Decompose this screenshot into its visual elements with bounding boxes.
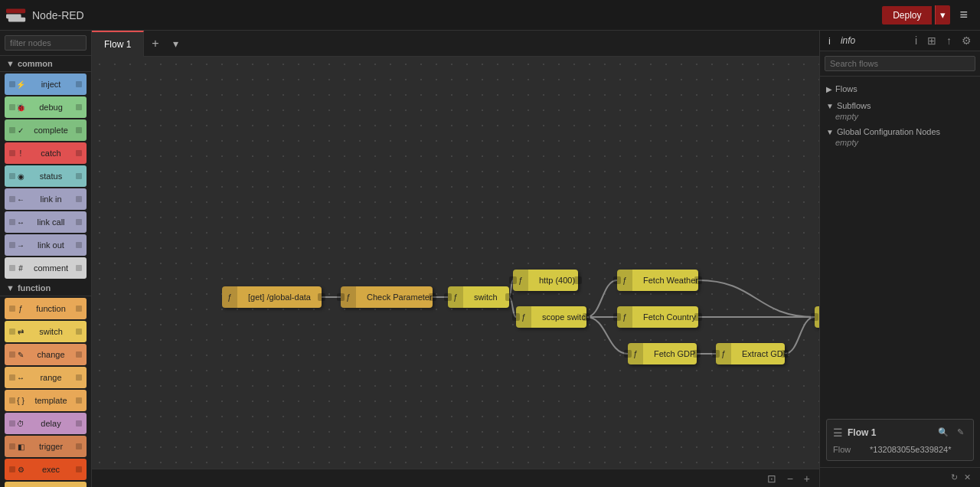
- sidebar-node-catch[interactable]: ! catch: [5, 142, 87, 164]
- tab-options-button[interactable]: ▾: [167, 33, 185, 54]
- flow-node-http[interactable]: ƒhttp: [815, 306, 819, 328]
- sidebar-node-change[interactable]: ✎ change: [5, 344, 87, 365]
- port-right-template: [76, 397, 82, 404]
- topbar-right: Deploy ▾ ≡: [882, 4, 974, 26]
- subflows-section-header[interactable]: ▼ Subflows: [826, 100, 974, 112]
- topbar-left: Node-RED: [6, 8, 84, 23]
- refresh-btn[interactable]: ↻: [948, 471, 961, 484]
- node-icon-link-out: →: [15, 240, 26, 250]
- node-label-complete: complete: [26, 126, 76, 135]
- node-icon-switch: ⇄: [15, 326, 26, 337]
- port-right-function: [76, 306, 82, 312]
- app-title: Node-RED: [32, 9, 84, 21]
- close-btn[interactable]: ✕: [961, 471, 974, 484]
- fn-port-right-switch: [505, 293, 513, 301]
- port-left-comment: [9, 265, 15, 271]
- port-left-delay: [9, 420, 15, 427]
- tab-flow1[interactable]: Flow 1: [92, 31, 144, 57]
- node-icon-function: ƒ: [15, 303, 26, 314]
- flow-id-value: *132083055e339824*: [870, 445, 951, 454]
- port-right-comment: [76, 265, 82, 271]
- sidebar-node-trigger[interactable]: ◧ trigger: [5, 436, 87, 457]
- flow-node-http-400[interactable]: ƒhttp (400): [513, 270, 578, 291]
- fn-port-left-fetch-country: [613, 313, 621, 321]
- global-config-header[interactable]: ▼ Global Configuration Nodes: [826, 126, 974, 138]
- hamburger-menu-button[interactable]: ≡: [953, 4, 974, 26]
- add-tab-button[interactable]: +: [144, 32, 166, 55]
- port-right-delay: [76, 420, 82, 427]
- flow-node-check-parameter[interactable]: ƒCheck Parameter: [341, 286, 433, 308]
- sidebar-node-status[interactable]: ◉ status: [5, 165, 87, 187]
- grid-tab-btn[interactable]: ⊞: [923, 32, 940, 49]
- node-red-logo: [6, 8, 28, 23]
- global-config-section: ▼ Global Configuration Nodes empty: [826, 126, 974, 147]
- sidebar-node-inject[interactable]: ⚡ inject: [5, 74, 87, 95]
- sidebar-section-function[interactable]: ▼function: [0, 280, 91, 296]
- upload-tab-btn[interactable]: ↑: [942, 32, 956, 49]
- flow-info-edit-btn[interactable]: ✎: [954, 426, 967, 439]
- flows-section: ▶ Flows: [826, 83, 974, 95]
- node-label-link-in: link in: [26, 194, 76, 204]
- fn-port-left-http: [811, 313, 818, 321]
- global-config-chevron: ▼: [826, 128, 834, 136]
- sidebar-node-debug[interactable]: 🐞 debug: [5, 96, 87, 118]
- settings-tab-btn[interactable]: ⚙: [958, 32, 975, 49]
- sidebar-node-function[interactable]: ƒ function: [5, 298, 87, 319]
- node-label-inject: inject: [26, 80, 76, 89]
- sidebar-node-link-out[interactable]: → link out: [5, 234, 87, 256]
- zoom-in-button[interactable]: +: [801, 471, 813, 486]
- node-icon-inject: ⚡: [15, 79, 26, 90]
- flows-section-header[interactable]: ▶ Flows: [826, 83, 974, 95]
- flow-node-get-global-data[interactable]: ƒ[get] /global-data: [222, 286, 322, 308]
- flows-label: Flows: [835, 84, 858, 93]
- flow-node-fetch-gdp[interactable]: ƒFetch GDP: [628, 343, 697, 364]
- sidebar-node-link-in[interactable]: ← link in: [5, 188, 87, 210]
- sidebar-node-link-call[interactable]: ↔ link call: [5, 211, 87, 233]
- fn-port-left-extract-gdp: [712, 350, 720, 358]
- node-label-trigger: trigger: [26, 442, 76, 451]
- logo: Node-RED: [6, 8, 84, 23]
- node-icon-delay: ⏱: [15, 418, 26, 429]
- port-right-catch: [76, 150, 82, 156]
- rpt-right: i ⊞ ↑ ⚙: [911, 32, 975, 49]
- flow-node-scope-switch[interactable]: ƒscope switch: [516, 306, 586, 328]
- port-left-exec: [9, 466, 15, 472]
- main-layout: ▼common ⚡ inject 🐞 debug ✓ complete ! ca…: [0, 31, 980, 487]
- filter-nodes-input[interactable]: [5, 35, 87, 51]
- sidebar-node-template[interactable]: { } template: [5, 390, 87, 411]
- deploy-dropdown-button[interactable]: ▾: [935, 5, 950, 25]
- flow-node-extract-gdp[interactable]: ƒExtract GDP: [716, 343, 785, 364]
- fn-port-left-check-parameter: [337, 293, 345, 301]
- zoom-fit-button[interactable]: ⊡: [764, 471, 779, 486]
- global-config-label: Global Configuration Nodes: [837, 127, 940, 136]
- sidebar-node-range[interactable]: ↔ range: [5, 367, 87, 388]
- deploy-button[interactable]: Deploy: [882, 6, 932, 25]
- sidebar-node-complete[interactable]: ✓ complete: [5, 119, 87, 141]
- node-label-function: function: [26, 304, 76, 313]
- canvas-bottombar: ⊡ − +: [92, 469, 819, 487]
- node-icon-comment: #: [15, 263, 26, 273]
- flow-node-switch[interactable]: ƒswitch: [448, 286, 509, 308]
- subflows-label: Subflows: [837, 101, 871, 110]
- info-tab-btn[interactable]: i: [911, 32, 921, 49]
- flow-info-search-btn[interactable]: 🔍: [935, 426, 952, 439]
- sidebar-node-exec[interactable]: ⚙ exec: [5, 459, 87, 480]
- port-right-range: [76, 374, 82, 381]
- fn-label-extract-gdp: Extract GDP: [731, 345, 799, 363]
- flow-canvas[interactable]: ƒ[get] /global-dataƒCheck Parameterƒswit…: [92, 57, 819, 469]
- flow-node-fetch-country[interactable]: ƒFetch Country: [617, 306, 698, 328]
- sidebar-node-comment[interactable]: # comment: [5, 257, 87, 279]
- port-right-link-call: [76, 219, 82, 225]
- sidebar: ▼common ⚡ inject 🐞 debug ✓ complete ! ca…: [0, 31, 92, 487]
- flow-node-fetch-weather[interactable]: ƒFetch Weather: [617, 270, 698, 291]
- zoom-out-button[interactable]: −: [784, 471, 796, 486]
- sidebar-section-common[interactable]: ▼common: [0, 56, 91, 72]
- sidebar-node-delay[interactable]: ⏱ delay: [5, 413, 87, 434]
- node-label-comment: comment: [26, 263, 76, 273]
- right-panel: i info i ⊞ ↑ ⚙ ▶ Flows ▼: [819, 31, 980, 487]
- search-flows-input[interactable]: [825, 56, 975, 71]
- svg-rect-2: [8, 17, 25, 21]
- node-label-status: status: [26, 172, 76, 181]
- sidebar-node-filter[interactable]: ⊟ filter: [5, 482, 87, 487]
- sidebar-node-switch[interactable]: ⇄ switch: [5, 321, 87, 342]
